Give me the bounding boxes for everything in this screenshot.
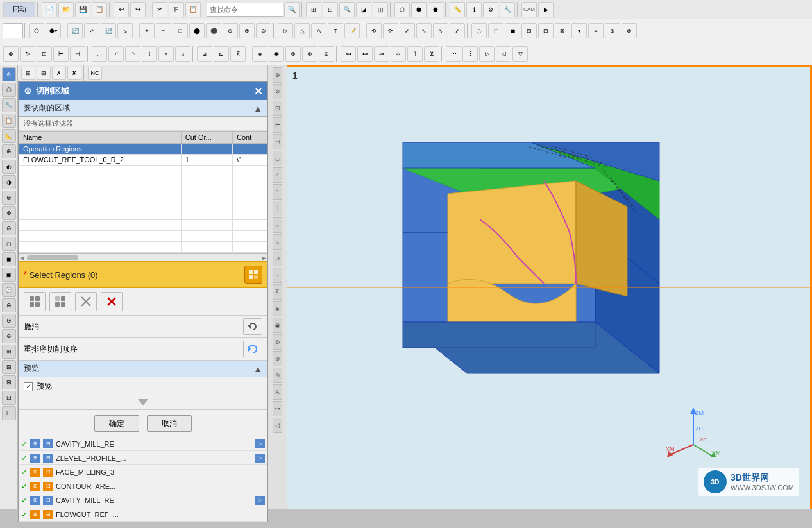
zoom-btn[interactable]: 🔍 <box>339 2 355 17</box>
vstrip-icon-8[interactable]: ◝ <box>273 184 282 200</box>
sidebar-icon-1[interactable]: ⚙ <box>2 67 16 81</box>
open-btn[interactable]: 📂 <box>58 2 74 17</box>
cancel-button[interactable]: 取消 <box>147 415 192 432</box>
r2b18[interactable]: ⤣ <box>433 23 448 38</box>
view-btn2[interactable]: ◫ <box>373 2 388 17</box>
r3b28[interactable]: ▷ <box>479 46 495 62</box>
view-btn1[interactable]: ◪ <box>356 2 371 17</box>
panel-tb2[interactable]: ⊟ <box>37 67 51 80</box>
sidebar-icon-19[interactable]: ⊞ <box>2 345 16 359</box>
preview-collapse-arrow[interactable]: ▲ <box>253 364 262 374</box>
r2b17[interactable]: ⤡ <box>416 23 432 38</box>
number-input[interactable]: 6 <box>3 23 23 38</box>
sidebar-icon-14[interactable]: ▣ <box>2 268 16 282</box>
r2b13[interactable]: 📝 <box>344 23 360 38</box>
undo-toolbar-btn[interactable]: ↩ <box>114 2 129 17</box>
r2b5[interactable]: ⚫ <box>206 23 221 38</box>
regions-table-container[interactable]: Name Cut Or... Cont Operation RegionsFLO… <box>19 131 267 253</box>
settings-btn1[interactable]: ⚙ <box>483 2 498 17</box>
sidebar-icon-6[interactable]: ⊕ <box>2 144 16 158</box>
delete-button[interactable] <box>101 292 123 311</box>
reorder-button[interactable] <box>243 341 262 357</box>
r2b21[interactable]: ◻ <box>488 23 503 38</box>
add-region-button[interactable] <box>24 292 46 311</box>
panel-tb5[interactable]: NC <box>88 67 102 80</box>
sidebar-icon-10[interactable]: ⊛ <box>2 206 16 220</box>
r2b3[interactable]: □ <box>173 23 188 38</box>
r3b15[interactable]: ◈ <box>252 46 267 62</box>
sidebar-icon-8[interactable]: ◑ <box>2 175 16 189</box>
r3b30[interactable]: ▽ <box>512 46 528 62</box>
r3b13[interactable]: ⊾ <box>214 46 229 62</box>
r2b25[interactable]: ⊠ <box>555 23 570 38</box>
sidebar-icon-17[interactable]: ⊘ <box>2 314 16 328</box>
vstrip-icon-3[interactable]: ⊡ <box>273 101 282 116</box>
r3b7[interactable]: ◜ <box>108 46 124 62</box>
remove-region-button[interactable] <box>49 292 71 311</box>
sidebar-icon-3[interactable]: 🔧 <box>2 98 16 112</box>
dialog-collapse-arrow[interactable] <box>19 396 267 409</box>
sidebar-icon-18[interactable]: ⊙ <box>2 329 16 343</box>
3d-btn3[interactable]: ⬣ <box>428 2 443 17</box>
sidebar-icon-7[interactable]: ◐ <box>2 160 16 174</box>
r2b10[interactable]: △ <box>294 23 310 38</box>
vstrip-icon-4[interactable]: ⊢ <box>273 117 282 133</box>
sidebar-icon-16[interactable]: ⊗ <box>2 298 16 312</box>
dialog-close-button[interactable]: ✕ <box>254 85 262 98</box>
r3b19[interactable]: ⊝ <box>319 46 334 62</box>
r2b1[interactable]: + <box>139 23 155 38</box>
r2b28[interactable]: ⊕ <box>605 23 620 38</box>
bottom-list-item[interactable]: ✓ ⊞ ⊟ ZLEVEL_PROFILE_... ▷ <box>19 451 267 465</box>
r3b11[interactable]: ⌂ <box>175 46 190 62</box>
orient4-btn[interactable]: ↘ <box>117 23 133 38</box>
vstrip-icon-16[interactable]: ◉ <box>273 318 282 333</box>
r3b2[interactable]: ↻ <box>20 46 35 62</box>
r3b1[interactable]: ⊕ <box>3 46 19 62</box>
sidebar-icon-15[interactable]: ⌚ <box>2 283 16 297</box>
orient-btn[interactable]: 🔄 <box>67 23 83 38</box>
view-drop-btn[interactable]: ⬢▾ <box>46 23 61 38</box>
ok-button[interactable]: 确定 <box>94 415 139 432</box>
r3b17[interactable]: ⊚ <box>285 46 301 62</box>
cam-btn1[interactable]: CAM <box>521 2 537 17</box>
sidebar-icon-2[interactable]: ⬡ <box>2 83 16 97</box>
table-row[interactable]: FLOWCUT_REF_TOOL_0_R_21\" <box>19 155 267 166</box>
settings-btn2[interactable]: 🔧 <box>500 2 515 17</box>
3d-btn1[interactable]: ⬡ <box>394 2 410 17</box>
sidebar-icon-23[interactable]: ⊢ <box>2 406 16 420</box>
start-button[interactable]: 启动 <box>3 2 35 17</box>
vstrip-icon-10[interactable]: ⌅ <box>273 217 282 233</box>
vstrip-icon-11[interactable]: ⌂ <box>273 234 282 250</box>
r3b9[interactable]: ⌇ <box>142 46 157 62</box>
r2b14[interactable]: ⟲ <box>366 23 382 38</box>
bottom-list-item[interactable]: ✓ ⊞ ⊟ CAVITY_MILL_RE... ▷ <box>19 437 267 451</box>
r2b24[interactable]: ⊟ <box>538 23 554 38</box>
r2b6[interactable]: ⊕ <box>223 23 238 38</box>
r3b27[interactable]: ⋮ <box>462 46 478 62</box>
search-icon[interactable]: 🔍 <box>284 2 300 17</box>
bottom-list-item[interactable]: ✓ ⊞ ⊟ CONTOUR_ARE... <box>19 479 267 493</box>
r2b26[interactable]: ▾ <box>571 23 587 38</box>
vstrip-icon-12[interactable]: ⊿ <box>273 251 282 266</box>
r3b29[interactable]: ◁ <box>496 46 511 62</box>
vstrip-icon-1[interactable]: ⊕ <box>273 67 282 83</box>
r2b11[interactable]: A <box>311 23 326 38</box>
vstrip-icon-18[interactable]: ⊛ <box>273 351 282 366</box>
copy-btn[interactable]: ⎘ <box>169 2 184 17</box>
viewport-3d[interactable]: 1 <box>287 65 812 509</box>
sidebar-icon-22[interactable]: ⊡ <box>2 391 16 405</box>
sidebar-icon-20[interactable]: ⊟ <box>2 360 16 374</box>
new-btn[interactable]: 📄 <box>42 2 57 17</box>
r2b22[interactable]: ◼ <box>505 23 520 38</box>
table-hscrollbar[interactable]: ◀ ▶ <box>19 253 267 261</box>
r2b19[interactable]: ⤤ <box>450 23 465 38</box>
r3b18[interactable]: ⊛ <box>302 46 317 62</box>
r3b6[interactable]: ◡ <box>92 46 107 62</box>
r3b25[interactable]: ⊻ <box>424 46 439 62</box>
clear-button[interactable] <box>75 292 97 311</box>
3d-btn2[interactable]: ⬢ <box>411 2 427 17</box>
orient3-btn[interactable]: 🔃 <box>101 23 116 38</box>
r3b24[interactable]: ⊺ <box>407 46 423 62</box>
r3b23[interactable]: ⊹ <box>391 46 406 62</box>
r2b15[interactable]: ⟳ <box>383 23 398 38</box>
